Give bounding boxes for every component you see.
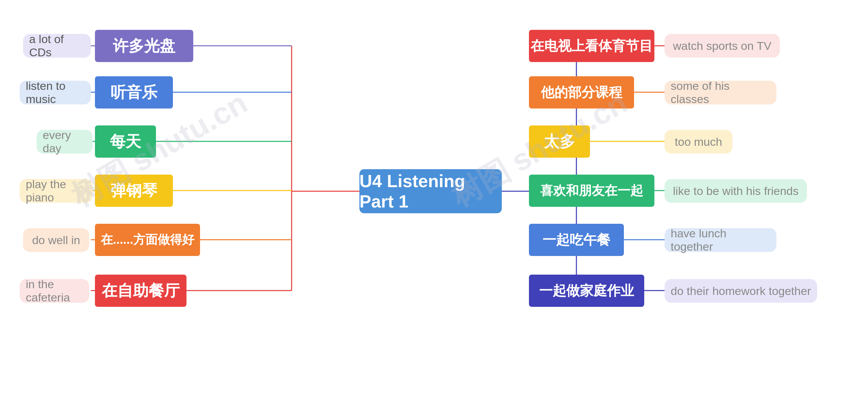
node-r2: 他的部分课程 xyxy=(529,76,634,108)
label-l3-text: every day xyxy=(43,128,86,155)
mind-map: U4 Listening Part 1 许多光盘 听音乐 每天 弹钢琴 在...… xyxy=(0,0,868,396)
node-r4: 喜欢和朋友在一起 xyxy=(529,175,654,207)
node-l4: 弹钢琴 xyxy=(95,175,173,207)
label-r4-text: like to be with his friends xyxy=(673,184,798,198)
node-r5: 一起吃午餐 xyxy=(529,224,624,256)
node-r6: 一起做家庭作业 xyxy=(529,275,644,307)
node-l4-text: 弹钢琴 xyxy=(111,180,157,201)
label-l4: play the piano xyxy=(20,179,93,203)
node-l3: 每天 xyxy=(95,125,156,158)
node-l2: 听音乐 xyxy=(95,76,173,108)
node-r4-text: 喜欢和朋友在一起 xyxy=(540,182,643,199)
label-r1-text: watch sports on TV xyxy=(673,39,771,53)
label-r5-text: have lunch together xyxy=(671,227,770,253)
node-r3-text: 太多 xyxy=(544,131,575,152)
label-l6-text: in the cafeteria xyxy=(26,278,83,304)
center-label: U4 Listening Part 1 xyxy=(359,171,502,212)
label-l1: a lot of CDs xyxy=(23,34,91,58)
label-r3: too much xyxy=(665,130,732,154)
label-r2-text: some of his classes xyxy=(671,79,770,106)
label-r2: some of his classes xyxy=(665,81,776,104)
label-l2: listen to music xyxy=(20,81,91,104)
center-node: U4 Listening Part 1 xyxy=(359,169,502,213)
node-l1: 许多光盘 xyxy=(95,30,193,62)
label-l3: every day xyxy=(37,130,93,154)
node-r6-text: 一起做家庭作业 xyxy=(539,281,634,300)
label-r6-text: do their homework together xyxy=(671,284,811,298)
label-l6: in the cafeteria xyxy=(20,279,89,303)
node-l6-text: 在自助餐厅 xyxy=(102,280,180,301)
label-r4: like to be with his friends xyxy=(665,179,807,203)
label-l4-text: play the piano xyxy=(26,178,86,204)
node-r1: 在电视上看体育节目 xyxy=(529,30,654,62)
label-l5: do well in xyxy=(23,228,89,252)
node-l1-text: 许多光盘 xyxy=(113,36,175,57)
node-l5: 在......方面做得好 xyxy=(95,224,200,256)
node-l3-text: 每天 xyxy=(110,131,141,152)
label-r3-text: too much xyxy=(675,135,722,148)
node-r1-text: 在电视上看体育节目 xyxy=(531,37,653,55)
node-l2-text: 听音乐 xyxy=(111,82,157,103)
node-l5-text: 在......方面做得好 xyxy=(101,232,194,248)
node-r5-text: 一起吃午餐 xyxy=(542,231,610,249)
label-r5: have lunch together xyxy=(665,228,776,252)
node-l6: 在自助餐厅 xyxy=(95,275,186,307)
node-r3: 太多 xyxy=(529,125,590,158)
label-r6: do their homework together xyxy=(665,279,817,303)
label-r1: watch sports on TV xyxy=(665,34,780,58)
label-l5-text: do well in xyxy=(32,234,80,247)
label-l1-text: a lot of CDs xyxy=(29,33,85,59)
label-l2-text: listen to music xyxy=(26,79,85,106)
node-r2-text: 他的部分课程 xyxy=(541,83,622,102)
